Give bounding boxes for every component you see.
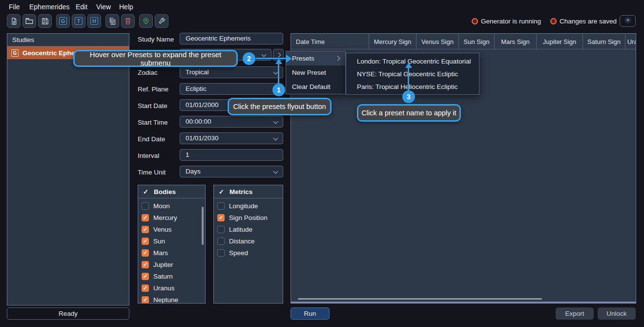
checkbox[interactable]: ✓ [217,214,225,221]
menu-ephemerides[interactable]: Ephemerides [29,1,70,13]
checkbox[interactable]: ✓ [142,284,149,292]
checkbox[interactable]: ✓ [142,273,149,280]
menubar: File Ephemerides Edit View Help [0,0,644,13]
study-name-input[interactable]: Geocentric Ephemeris [180,33,283,44]
open-study-button[interactable] [22,14,36,28]
step-badge-2: 2 [243,52,255,65]
theme-toggle-button[interactable] [620,15,636,27]
bodies-scrollbar[interactable] [202,207,204,245]
menu-help[interactable]: Help [119,1,133,13]
location-button[interactable] [139,14,153,28]
time-unit-dropdown[interactable]: Days [180,166,283,177]
save-study-button[interactable] [38,14,52,28]
check-icon: ✓ [143,250,147,256]
checkbox[interactable]: ✓ [142,296,149,304]
checkbox[interactable]: ✓ [142,226,149,233]
geocentric-study-button[interactable]: G [56,14,70,28]
menu-file[interactable]: File [9,1,20,13]
menu-item-clear-default[interactable]: Clear Default [286,80,345,94]
step2-arrowhead-icon [286,55,292,63]
zodiac-dropdown[interactable]: Tropical [180,66,283,78]
checkbox[interactable]: ✓ [217,249,225,257]
horizontal-scrollbar[interactable] [298,298,542,300]
menu-view[interactable]: View [96,1,111,13]
ref-plane-dropdown[interactable]: Ecliptic [180,83,283,95]
checkbox[interactable]: ✓ [217,238,225,245]
saved-status-label: Changes are saved [560,18,617,25]
check-icon: ✓ [143,238,147,244]
settings-button[interactable] [155,14,168,28]
step-badge-3: 3 [402,90,415,103]
chevron-down-icon [262,52,267,57]
column-header-uranus-sign[interactable]: Uranus Sign [625,34,636,49]
menu-item-new-preset[interactable]: New Preset [286,65,345,80]
checkbox[interactable]: ✓ [217,202,225,210]
studies-panel-title: Studies [7,34,129,46]
unlock-button[interactable]: Unlock [598,307,636,320]
preset-context-menu: Presets New Preset Clear Default [286,51,346,94]
interval-label: Interval [138,152,159,159]
check-icon: ✓ [143,226,147,233]
step3-arrow-line [408,68,409,91]
body-row-mercury[interactable]: ✓Mercury [138,212,205,223]
checkbox[interactable]: ✓ [142,202,149,210]
column-header-mars-sign[interactable]: Mars Sign [495,34,537,49]
delete-study-button[interactable] [121,14,135,28]
checkbox[interactable]: ✓ [142,238,149,245]
checkbox[interactable]: ✓ [217,226,225,233]
check-icon: ✓ [143,285,147,291]
wrench-icon [158,17,166,25]
heliocentric-study-button[interactable]: H [87,14,101,28]
sun-icon [624,16,632,26]
bodies-header[interactable]: ✓ Bodies [138,185,205,198]
menu-edit[interactable]: Edit [76,1,87,13]
body-row-moon[interactable]: ✓Moon [138,200,205,212]
column-header-jupiter-sign[interactable]: Jupiter Sign [537,34,583,49]
interval-input[interactable]: 1 [180,149,283,161]
submenu-item-london[interactable]: London: Tropical Geocentric Equatorial [346,53,479,67]
metric-row-distance[interactable]: ✓Distance [214,235,283,247]
chevron-down-icon [273,119,278,124]
column-header-date-time[interactable]: Date Time [291,34,369,49]
metric-row-sign-position[interactable]: ✓Sign Position [214,212,283,223]
column-header-saturn-sign[interactable]: Saturn Sign [583,34,625,49]
metric-row-speed[interactable]: ✓Speed [214,247,283,259]
menu-item-presets[interactable]: Presets [286,51,345,65]
body-row-neptune[interactable]: ✓Neptune [138,294,205,304]
column-header-mercury-sign[interactable]: Mercury Sign [369,34,416,49]
column-header-venus-sign[interactable]: Venus Sign [416,34,459,49]
checkbox[interactable]: ✓ [142,214,149,221]
body-row-uranus[interactable]: ✓Uranus [138,282,205,294]
body-row-jupiter[interactable]: ✓Jupiter [138,259,205,270]
run-button[interactable]: Run [291,307,330,320]
end-date-dropdown[interactable]: 01/01/2030 [180,132,283,144]
time-unit-label: Time Unit [138,169,166,176]
new-study-button[interactable] [7,14,21,28]
body-row-sun[interactable]: ✓Sun [138,235,205,247]
check-icon: ✓ [219,215,223,221]
submenu-arrow-icon [335,56,340,61]
study-name-label: Study Name [138,36,174,43]
saved-status-led [550,18,557,24]
location-pin-icon [142,17,150,25]
submenu-item-nyse[interactable]: NYSE: Tropical Geocentric Ecliptic [346,67,479,81]
metrics-header[interactable]: ✓ Metrics [214,185,283,198]
generator-status-label: Generator is running [481,18,541,25]
body-row-mars[interactable]: ✓Mars [138,247,205,259]
transit-study-button[interactable]: T [72,14,85,28]
checkbox[interactable]: ✓ [142,261,149,268]
body-row-saturn[interactable]: ✓Saturn [138,270,205,282]
checkbox[interactable]: ✓ [142,249,149,257]
export-button[interactable]: Export [556,307,594,320]
metric-row-longitude[interactable]: ✓Longitude [214,200,283,212]
duplicate-study-button[interactable] [105,14,119,28]
zodiac-label: Zodiac [138,69,158,76]
start-time-dropdown[interactable]: 00:00:00 [180,116,283,128]
new-document-icon [10,17,18,25]
table-header-row: Date Time Mercury Sign Venus Sign Sun Si… [291,34,636,49]
metric-row-latitude[interactable]: ✓Latitude [214,223,283,235]
study-type-badge: G [11,49,19,57]
body-row-venus[interactable]: ✓Venus [138,223,205,235]
start-date-label: Start Date [138,102,167,109]
column-header-sun-sign[interactable]: Sun Sign [459,34,495,49]
